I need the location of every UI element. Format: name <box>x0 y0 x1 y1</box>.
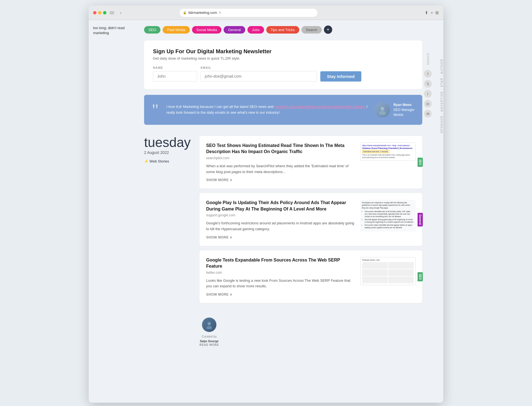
daily-section: tuesday 2 August 2022 ⚡ Web Stories SEO … <box>144 136 422 346</box>
articles-list: SEO Test Shows Having Estimated Read Tim… <box>200 136 422 308</box>
email-share-icon[interactable]: ✉ <box>424 110 432 118</box>
browser-tab-bar <box>110 11 114 14</box>
tab-tips-and-tricks[interactable]: Tips and Tricks <box>266 26 299 34</box>
show-more-button[interactable]: SHOW MORE ∨ <box>206 178 232 182</box>
reddit-share-icon[interactable]: r <box>424 90 432 98</box>
article-content: Google Tests Expandable From Sources Acr… <box>206 257 355 296</box>
article-tag: SEO <box>418 158 423 167</box>
testimonial-highlight: trends in one spot without having to rea… <box>275 105 365 109</box>
day-label-area: tuesday 2 August 2022 ⚡ Web Stories <box>144 136 200 308</box>
tab-more-button[interactable]: + <box>324 26 332 34</box>
testimonial-text: I love tl;dr Marketing because I can get… <box>167 104 369 116</box>
curator-name: Saijo George <box>200 339 219 343</box>
tab-social-media[interactable]: Social Media <box>192 26 221 34</box>
article-card: Google Tests Expandable From Sources Acr… <box>200 250 422 303</box>
article-summary: Looks like Google is testing a new look … <box>206 278 355 290</box>
browser-window-controls <box>93 11 106 14</box>
svg-point-1 <box>379 111 386 115</box>
tab-seo[interactable]: SEO <box>144 26 160 34</box>
right-sidebar-labels: SPONSOR · ADVERTISE · STAR · AUTHOR <box>440 59 443 133</box>
email-input[interactable] <box>201 71 317 82</box>
article-summary: When a test was performed by SearchPilot… <box>206 163 355 175</box>
article-source: searchpilot.com <box>206 156 355 160</box>
logo-text: too long; didn't read marketing <box>93 26 125 35</box>
day-section: tuesday 2 August 2022 ⚡ Web Stories SEO … <box>144 136 422 308</box>
stay-informed-button[interactable]: Stay Informed <box>320 71 361 82</box>
tab-general[interactable]: General <box>224 26 245 34</box>
email-label: EMAIL <box>201 66 317 69</box>
article-source: twitter.com <box>206 271 355 275</box>
article-thumbnail: Developers are required to comply with t… <box>360 200 416 236</box>
site-logo: too long; didn't read marketing <box>93 26 140 35</box>
article-thumbnail: Podcast series / seo <box>360 257 416 293</box>
article-summary: Google's forthcoming restrictions around… <box>206 220 355 232</box>
tab-jobs[interactable]: Jobs <box>247 26 264 34</box>
author-title: SEO Manager <box>393 107 415 112</box>
page-content: too long; didn't read marketing SEO Paid… <box>89 20 443 403</box>
right-sidebar: SPONSOR · ADVERTISE · STAR · AUTHOR <box>433 20 443 403</box>
share-icon[interactable]: ⬆ <box>425 10 428 15</box>
maximize-window-button[interactable] <box>103 11 106 14</box>
minimize-window-button[interactable] <box>98 11 101 14</box>
web-stories-text: ⚡ Web Stories <box>144 159 169 163</box>
share-sidebar: SHARE f 𝕏 r in ✉ <box>422 20 433 403</box>
name-input[interactable] <box>153 71 197 82</box>
day-date: 2 August 2022 <box>144 150 194 155</box>
tab-search[interactable]: Search <box>301 26 322 34</box>
article-source: support.google.com <box>206 213 355 217</box>
show-more-button[interactable]: SHOW MORE ∨ <box>206 235 232 239</box>
close-window-button[interactable] <box>93 11 96 14</box>
address-bar[interactable]: 🔒 tldrmarketing.com ⚙ <box>179 8 318 17</box>
day-name: tuesday <box>144 136 194 149</box>
tab-icon <box>110 11 114 14</box>
curator-text: Curated by Saijo George <box>200 334 219 343</box>
author-info: Ryan Mews SEO Manager Merkle <box>393 102 415 117</box>
left-sidebar: too long; didn't read marketing <box>89 20 144 403</box>
browser-actions: ⬆ + ⊞ <box>425 10 439 15</box>
svg-point-3 <box>206 326 212 329</box>
new-tab-icon[interactable]: + <box>431 10 433 15</box>
svg-point-2 <box>208 322 211 325</box>
url-text: tldrmarketing.com <box>188 11 217 15</box>
curator-section: Curated by Saijo George READ MORE <box>200 318 219 346</box>
article-thumbnail: https://www.examplewebsite.com › blog › … <box>360 143 416 179</box>
facebook-share-icon[interactable]: f <box>424 70 432 78</box>
article-content: SEO Test Shows Having Estimated Read Tim… <box>206 143 355 182</box>
name-label: NAME <box>153 66 197 69</box>
newsletter-form: NAME EMAIL Stay Informed <box>153 66 413 82</box>
article-card: Google Play Is Updating Their Ads Policy… <box>200 193 422 246</box>
author-avatar <box>375 102 390 118</box>
article-content: Google Play Is Updating Their Ads Policy… <box>206 200 355 239</box>
quote-marks-icon: " <box>152 101 159 118</box>
curator-avatar <box>202 318 216 332</box>
name-field-group: NAME <box>153 66 197 82</box>
article-tag: SEO <box>418 272 423 281</box>
email-field-group: EMAIL <box>201 66 317 82</box>
linkedin-share-icon[interactable]: in <box>424 100 432 108</box>
main-content: SEO Paid Media Social Media General Jobs… <box>144 20 422 403</box>
share-label: SHARE <box>426 53 429 65</box>
article-tag: General <box>418 213 423 226</box>
tab-paid-media[interactable]: Paid Media <box>163 26 190 34</box>
avatar-image <box>375 102 390 118</box>
article-title[interactable]: SEO Test Shows Having Estimated Read Tim… <box>206 143 355 155</box>
newsletter-card: Sign Up For Our Digital Marketing Newsle… <box>144 40 422 89</box>
article-card: SEO Test Shows Having Estimated Read Tim… <box>200 136 422 189</box>
author-name: Ryan Mews <box>393 102 415 107</box>
tabs-icon[interactable]: ⊞ <box>435 10 439 15</box>
svg-point-0 <box>380 107 384 111</box>
read-more-link[interactable]: READ MORE <box>200 343 219 346</box>
newsletter-subtitle: Get daily dose of marketing news in quic… <box>153 56 413 60</box>
author-company: Merkle <box>393 112 415 117</box>
twitter-share-icon[interactable]: 𝕏 <box>424 80 432 88</box>
show-more-button[interactable]: SHOW MORE ∨ <box>206 293 232 296</box>
web-stories-link[interactable]: ⚡ Web Stories <box>144 159 194 163</box>
testimonial-author: Ryan Mews SEO Manager Merkle <box>375 102 415 118</box>
category-tabs: SEO Paid Media Social Media General Jobs… <box>144 26 422 34</box>
article-title[interactable]: Google Tests Expandable From Sources Acr… <box>206 257 355 270</box>
testimonial-card: " I love tl;dr Marketing because I can g… <box>144 95 422 125</box>
browser-toolbar: ‹ 🔒 tldrmarketing.com ⚙ ⬆ + ⊞ <box>89 6 443 20</box>
article-title[interactable]: Google Play Is Updating Their Ads Policy… <box>206 200 355 212</box>
newsletter-title: Sign Up For Our Digital Marketing Newsle… <box>153 48 413 55</box>
back-button[interactable]: ‹ <box>117 9 124 16</box>
